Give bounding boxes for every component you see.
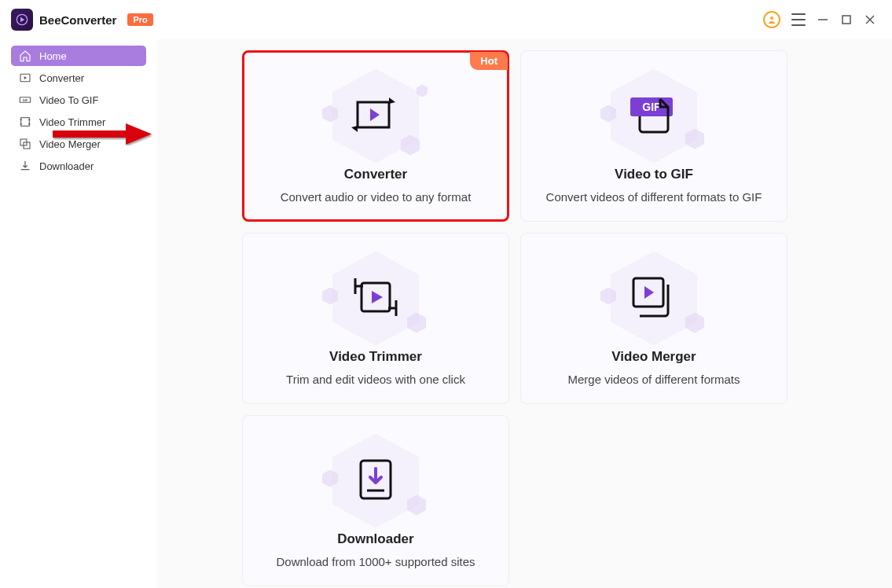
card-icon-wrap (329, 252, 423, 346)
gif-icon: GIF (19, 94, 31, 106)
app-logo-icon (11, 9, 33, 31)
sidebar-item-video-trimmer[interactable]: Video Trimmer (11, 112, 146, 132)
app-name: BeeConverter (39, 13, 116, 27)
card-desc: Trim and edit videos with one click (286, 373, 465, 386)
trimmer-icon (19, 116, 31, 128)
hot-badge: Hot (470, 52, 508, 70)
app-logo-group: BeeConverter Pro (11, 9, 153, 31)
download-icon (19, 160, 31, 172)
converter-icon (19, 72, 31, 84)
sidebar-item-home[interactable]: Home (11, 46, 146, 66)
title-bar: BeeConverter Pro (0, 0, 892, 39)
card-desc: Download from 1000+ supported sites (276, 555, 475, 568)
minimize-button[interactable] (817, 13, 829, 26)
card-desc: Convert videos of different formats to G… (546, 190, 762, 204)
sidebar-item-label: Video Trimmer (39, 116, 105, 128)
sidebar-item-label: Home (39, 50, 67, 62)
card-converter[interactable]: Hot Converter Convert audio or video to … (242, 50, 509, 222)
svg-rect-3 (842, 16, 850, 24)
card-title: Video to GIF (615, 167, 693, 182)
gif-card-icon: GIF (630, 93, 677, 140)
card-title: Video Trimmer (329, 349, 422, 365)
card-icon-wrap: GIF (607, 69, 701, 164)
card-title: Converter (344, 167, 407, 182)
trimmer-card-icon (352, 274, 399, 324)
home-icon (19, 50, 31, 62)
converter-card-icon (351, 94, 400, 138)
pro-badge: Pro (127, 13, 152, 26)
sidebar-item-label: Video Merger (39, 138, 101, 150)
card-downloader[interactable]: Downloader Download from 1000+ supported… (242, 415, 509, 586)
sidebar-item-label: Downloader (39, 160, 94, 172)
sidebar-item-label: Converter (39, 72, 84, 84)
sidebar-item-downloader[interactable]: Downloader (11, 156, 146, 176)
card-video-to-gif[interactable]: GIF Video to GIF Convert videos of diffe… (520, 50, 787, 222)
svg-text:GIF: GIF (642, 101, 661, 113)
download-card-icon (356, 458, 395, 505)
card-title: Downloader (337, 531, 413, 547)
sidebar: Home Converter GIF Video To GIF Video Tr… (0, 39, 157, 588)
card-icon-wrap (607, 252, 701, 346)
merger-icon (19, 138, 31, 150)
main-content: Hot Converter Convert audio or video to … (157, 39, 892, 588)
sidebar-item-video-merger[interactable]: Video Merger (11, 134, 146, 154)
svg-text:GIF: GIF (23, 98, 28, 102)
feature-grid: Hot Converter Convert audio or video to … (242, 50, 873, 586)
card-icon-wrap (329, 69, 423, 164)
svg-rect-9 (21, 118, 30, 127)
card-desc: Merge videos of different formats (568, 373, 740, 386)
sidebar-item-video-to-gif[interactable]: GIF Video To GIF (11, 90, 146, 110)
sidebar-item-converter[interactable]: Converter (11, 68, 146, 88)
header-controls (763, 11, 876, 28)
sidebar-item-label: Video To GIF (39, 94, 98, 106)
card-video-trimmer[interactable]: Video Trimmer Trim and edit videos with … (242, 233, 509, 404)
maximize-button[interactable] (840, 13, 853, 26)
card-desc: Convert audio or video to any format (281, 190, 472, 204)
card-icon-wrap (329, 434, 423, 528)
account-icon[interactable] (763, 11, 780, 28)
merger-card-icon (630, 275, 677, 322)
card-video-merger[interactable]: Video Merger Merge videos of different f… (520, 233, 787, 404)
card-title: Video Merger (611, 349, 696, 365)
svg-point-1 (770, 17, 773, 20)
hamburger-menu-icon[interactable] (791, 13, 806, 26)
close-button[interactable] (864, 13, 876, 26)
